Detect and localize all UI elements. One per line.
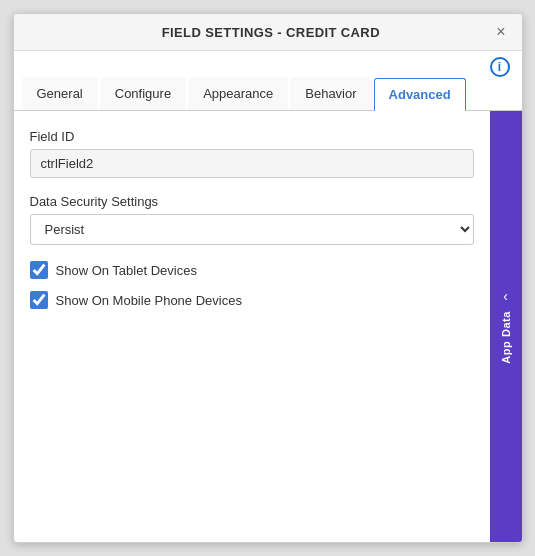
data-security-label: Data Security Settings — [30, 194, 474, 209]
data-security-group: Data Security Settings Persist Session N… — [30, 194, 474, 245]
tab-configure[interactable]: Configure — [100, 77, 186, 110]
tab-advanced[interactable]: Advanced — [374, 78, 466, 111]
field-id-group: Field ID — [30, 129, 474, 178]
field-id-label: Field ID — [30, 129, 474, 144]
dialog: FIELD SETTINGS - CREDIT CARD × i General… — [13, 13, 523, 543]
show-mobile-label: Show On Mobile Phone Devices — [56, 293, 242, 308]
info-icon-row: i — [14, 51, 522, 77]
data-security-select[interactable]: Persist Session None — [30, 214, 474, 245]
field-id-input[interactable] — [30, 149, 474, 178]
close-button[interactable]: × — [494, 24, 507, 40]
main-content: Field ID Data Security Settings Persist … — [14, 111, 490, 542]
checkbox-tablet-row: Show On Tablet Devices — [30, 261, 474, 279]
dialog-title: FIELD SETTINGS - CREDIT CARD — [48, 25, 495, 40]
checkbox-mobile-row: Show On Mobile Phone Devices — [30, 291, 474, 309]
app-data-label: App Data — [500, 311, 512, 364]
tab-behavior[interactable]: Behavior — [290, 77, 371, 110]
app-data-sidebar[interactable]: ‹ App Data — [490, 111, 522, 542]
tab-general[interactable]: General — [22, 77, 98, 110]
tab-appearance[interactable]: Appearance — [188, 77, 288, 110]
show-tablet-checkbox[interactable] — [30, 261, 48, 279]
dialog-header: FIELD SETTINGS - CREDIT CARD × — [14, 14, 522, 51]
info-icon[interactable]: i — [490, 57, 510, 77]
show-tablet-label: Show On Tablet Devices — [56, 263, 197, 278]
show-mobile-checkbox[interactable] — [30, 291, 48, 309]
chevron-icon: ‹ — [503, 289, 508, 303]
tabs-bar: General Configure Appearance Behavior Ad… — [14, 77, 522, 111]
content-area: Field ID Data Security Settings Persist … — [14, 111, 522, 542]
